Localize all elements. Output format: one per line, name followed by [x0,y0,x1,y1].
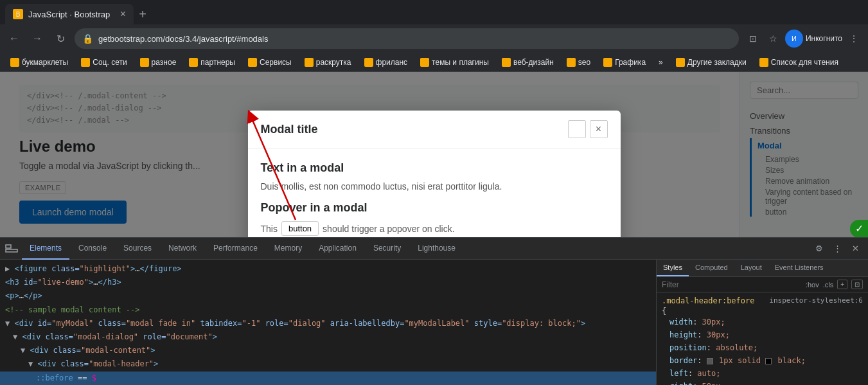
bookmark-item[interactable]: Сервисы [243,56,297,69]
styles-cls-hint[interactable]: .cls [823,281,834,289]
bookmark-more-button[interactable]: » [653,56,668,69]
style-selector: .modal-header:before [662,296,755,305]
reload-button[interactable]: ↻ [51,30,69,48]
elements-panel: ▶ <figure class="highlight">…</figure> <… [0,260,656,385]
tab-close-button[interactable]: × [120,8,126,20]
devtools-tab-security[interactable]: Security [366,238,409,260]
devtools-tab-sources[interactable]: Sources [116,238,159,260]
devtools-tab-console[interactable]: Console [71,238,114,260]
bookmark-item[interactable]: веб-дизайн [497,56,559,69]
html-element-line[interactable]: ▼ <div id="myModal" class="modal fade in… [0,317,656,330]
styles-extra-btn[interactable]: ⊡ [851,280,863,289]
nav-right-controls: ⊡ ☆ И Инкогнито ⋮ [744,30,863,48]
profile-button[interactable]: И [785,30,803,48]
menu-button[interactable]: ⋮ [845,30,863,48]
html-element-line-selected[interactable]: ::before == $ [0,372,656,385]
devtools-tab-performance[interactable]: Performance [206,238,265,260]
style-brace-open: { [662,307,863,316]
tab-bar: B JavaScript · Bootstrap × + [0,0,868,24]
html-element-line[interactable]: ▼ <div class="modal-content"> [0,344,656,357]
html-element-line[interactable]: <h3 id="live-demo">…</h3> [0,276,656,289]
modal-popover-heading: Popover in a modal [261,201,608,215]
active-tab[interactable]: B JavaScript · Bootstrap × [5,4,134,24]
popover-text-after: should trigger a popover on click. [323,224,454,234]
back-button[interactable]: ← [5,30,23,48]
bookmark-favicon [140,58,149,67]
bookmark-label: Соц. сети [93,58,127,67]
bookmark-item[interactable]: Список для чтения [754,56,844,69]
bookmark-favicon [81,58,90,67]
bookmark-label: Другие закладки [687,58,747,67]
bookmark-item[interactable]: разное [135,56,182,69]
modal-body-heading: Text in a modal [261,161,608,175]
devtools-icons: ⚙ ⋮ ✕ [811,241,863,256]
styles-tab-layout[interactable]: Layout [734,260,768,276]
style-property-line: border: 1px solid black; [662,354,863,367]
devtools-tab-application[interactable]: Application [311,238,364,260]
bookmark-favicon [248,58,257,67]
address-bar[interactable]: 🔒 getbootstrap.com/docs/3.4/javascript/#… [75,28,739,49]
styles-hov-hint[interactable]: :hov [806,281,819,289]
style-property-line: width: 30px; [662,316,863,328]
tab-favicon: B [13,9,23,19]
html-element-line[interactable]: ▼ <div class="modal-header"> [0,357,656,371]
bookmark-item[interactable]: Графика [598,56,651,69]
style-source[interactable]: inspector-stylesheet:6 [769,296,863,307]
bookmark-favicon [10,58,19,67]
styles-tab-event-listeners[interactable]: Event Listeners [768,260,830,276]
devtools-tab-elements[interactable]: Elements [22,238,69,260]
html-element-line[interactable]: ▼ <div class="modal-dialog" role="docume… [0,330,656,344]
bookmark-item[interactable]: темы и плагины [415,56,494,69]
bookmark-item[interactable]: seo [562,56,596,69]
bookmark-item[interactable]: букмарклеты [5,56,73,69]
devtools-toggle-button[interactable] [5,244,18,253]
green-shield-icon: ✓ [850,220,868,238]
styles-tab-computed[interactable]: Computed [689,260,734,276]
modal-restore-button[interactable] [568,120,586,138]
devtools-tab-lighthouse[interactable]: Lighthouse [410,238,463,260]
bookmark-favicon [603,58,612,67]
bookmark-item[interactable]: фриланс [359,56,413,69]
bookmark-label: Графика [615,58,646,67]
browser-window: B JavaScript · Bootstrap × + ← → ↻ 🔒 get… [0,0,868,385]
html-element-line[interactable]: ▶ <figure class="highlight">…</figure> [0,262,656,276]
styles-filter-input[interactable] [662,280,802,289]
forward-button[interactable]: → [28,30,46,48]
modal-body: Text in a modal Duis mollis, est non com… [248,148,621,249]
bookmark-item[interactable]: Другие закладки [671,56,752,69]
modal-header: Modal title × [248,111,621,148]
html-element-line[interactable]: <p>…</p> [0,289,656,303]
bookmark-label: темы и плагины [432,58,489,67]
bookmark-favicon [420,58,429,67]
styles-tab-styles[interactable]: Styles [657,260,689,276]
bookmark-favicon [189,58,198,67]
new-tab-button[interactable]: + [134,5,152,23]
bookmark-label: партнеры [200,58,235,67]
style-property-line: left: auto; [662,367,863,380]
bookmark-item[interactable]: раскрутка [299,56,357,69]
bookmark-button[interactable]: ☆ [765,30,783,48]
bookmarks-bar: букмарклеты Соц. сети разное партнеры Се… [0,53,868,72]
style-property-line: right: 50px; [662,380,863,385]
html-element-line[interactable]: <!-- sample modal content --> [0,303,656,317]
devtools-close-button[interactable]: ✕ [847,241,863,256]
devtools-more-button[interactable]: ⋮ [829,241,845,256]
bookmark-item[interactable]: Соц. сети [76,56,132,69]
style-rule: .modal-header:before inspector-styleshee… [662,296,863,385]
incognito-label: Инкогнито [806,34,842,43]
bookmark-item[interactable]: партнеры [184,56,240,69]
devtools-content: ▶ <figure class="highlight">…</figure> <… [0,260,868,385]
devtools-settings-button[interactable]: ⚙ [811,241,827,256]
devtools-tab-memory[interactable]: Memory [267,238,310,260]
styles-add-btn[interactable]: + [837,280,847,289]
url-text: getbootstrap.com/docs/3.4/javascript/#mo… [98,34,731,44]
bookmark-label: Сервисы [260,58,292,67]
popover-trigger-button[interactable]: button [281,221,319,236]
cast-button[interactable]: ⊡ [744,30,762,48]
bookmark-favicon [759,58,768,67]
devtools-tab-network[interactable]: Network [161,238,204,260]
color-swatch[interactable] [707,358,713,364]
color-swatch-black[interactable] [765,358,772,364]
bookmark-favicon [676,58,685,67]
modal-close-button[interactable]: × [590,120,608,138]
